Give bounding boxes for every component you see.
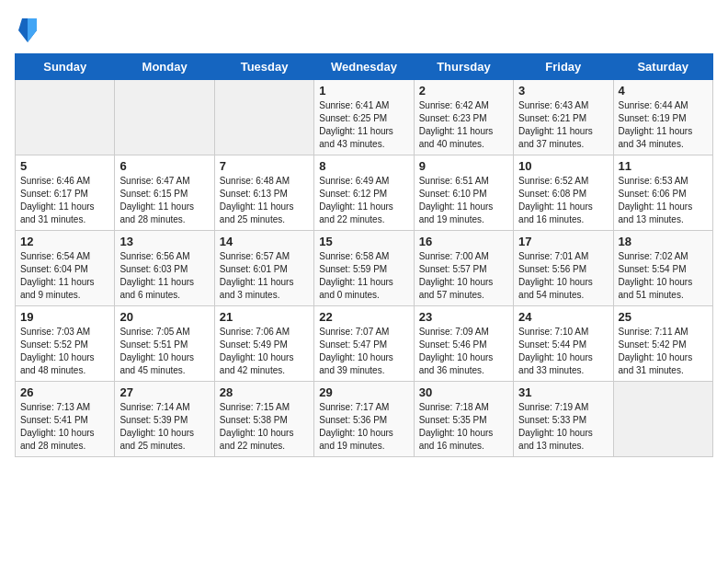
day-number: 27 xyxy=(119,385,209,399)
day-header-monday: Monday xyxy=(115,54,214,80)
calendar-cell: 30Sunrise: 7:18 AM Sunset: 5:35 PM Dayli… xyxy=(414,382,513,457)
day-number: 25 xyxy=(619,310,708,324)
calendar-cell: 11Sunrise: 6:53 AM Sunset: 6:06 PM Dayli… xyxy=(613,155,712,231)
day-info: Sunrise: 6:43 AM Sunset: 6:21 PM Dayligh… xyxy=(518,99,608,151)
day-info: Sunrise: 7:05 AM Sunset: 5:51 PM Dayligh… xyxy=(119,326,209,377)
calendar-cell: 15Sunrise: 6:58 AM Sunset: 5:59 PM Dayli… xyxy=(314,231,414,306)
day-header-friday: Friday xyxy=(514,54,613,80)
day-header-sunday: Sunday xyxy=(16,54,115,80)
day-info: Sunrise: 7:03 AM Sunset: 5:52 PM Dayligh… xyxy=(20,326,109,377)
week-row-4: 26Sunrise: 7:13 AM Sunset: 5:41 PM Dayli… xyxy=(16,382,713,457)
day-number: 4 xyxy=(619,84,708,98)
day-info: Sunrise: 7:13 AM Sunset: 5:41 PM Dayligh… xyxy=(20,401,109,453)
day-info: Sunrise: 6:54 AM Sunset: 6:04 PM Dayligh… xyxy=(20,250,109,302)
day-number: 16 xyxy=(419,235,508,248)
day-number: 22 xyxy=(319,310,408,324)
day-info: Sunrise: 7:02 AM Sunset: 5:54 PM Dayligh… xyxy=(619,250,708,302)
page-header xyxy=(15,15,713,44)
day-number: 30 xyxy=(419,385,508,399)
week-row-2: 12Sunrise: 6:54 AM Sunset: 6:04 PM Dayli… xyxy=(16,231,713,306)
day-number: 19 xyxy=(20,310,109,324)
calendar-cell: 4Sunrise: 6:44 AM Sunset: 6:19 PM Daylig… xyxy=(613,80,712,155)
calendar-cell xyxy=(16,80,115,155)
day-info: Sunrise: 7:19 AM Sunset: 5:33 PM Dayligh… xyxy=(518,401,608,453)
calendar-cell: 23Sunrise: 7:09 AM Sunset: 5:46 PM Dayli… xyxy=(414,306,513,382)
day-number: 12 xyxy=(20,235,109,248)
week-row-1: 5Sunrise: 6:46 AM Sunset: 6:17 PM Daylig… xyxy=(16,155,713,231)
logo-icon xyxy=(18,17,37,44)
day-info: Sunrise: 6:52 AM Sunset: 6:08 PM Dayligh… xyxy=(518,175,608,226)
day-number: 5 xyxy=(20,159,109,173)
day-number: 2 xyxy=(419,84,508,98)
calendar-cell: 14Sunrise: 6:57 AM Sunset: 6:01 PM Dayli… xyxy=(214,231,313,306)
calendar-cell: 7Sunrise: 6:48 AM Sunset: 6:13 PM Daylig… xyxy=(214,155,313,231)
day-number: 8 xyxy=(319,159,408,173)
calendar-cell: 1Sunrise: 6:41 AM Sunset: 6:25 PM Daylig… xyxy=(314,80,414,155)
day-number: 10 xyxy=(518,159,608,173)
week-row-0: 1Sunrise: 6:41 AM Sunset: 6:25 PM Daylig… xyxy=(16,80,713,155)
day-number: 31 xyxy=(518,385,608,399)
calendar-cell: 12Sunrise: 6:54 AM Sunset: 6:04 PM Dayli… xyxy=(16,231,115,306)
calendar-cell: 24Sunrise: 7:10 AM Sunset: 5:44 PM Dayli… xyxy=(514,306,613,382)
calendar-cell: 22Sunrise: 7:07 AM Sunset: 5:47 PM Dayli… xyxy=(314,306,414,382)
calendar-header: SundayMondayTuesdayWednesdayThursdayFrid… xyxy=(16,54,713,80)
day-number: 6 xyxy=(119,159,209,173)
day-number: 18 xyxy=(619,235,708,248)
day-number: 29 xyxy=(319,385,408,399)
header-row: SundayMondayTuesdayWednesdayThursdayFrid… xyxy=(16,54,713,80)
day-header-wednesday: Wednesday xyxy=(314,54,414,80)
day-header-saturday: Saturday xyxy=(613,54,712,80)
day-info: Sunrise: 6:42 AM Sunset: 6:23 PM Dayligh… xyxy=(419,99,508,151)
day-number: 26 xyxy=(20,385,109,399)
day-info: Sunrise: 6:47 AM Sunset: 6:15 PM Dayligh… xyxy=(119,175,209,226)
day-number: 13 xyxy=(119,235,209,248)
day-info: Sunrise: 7:00 AM Sunset: 5:57 PM Dayligh… xyxy=(419,250,508,302)
day-info: Sunrise: 7:07 AM Sunset: 5:47 PM Dayligh… xyxy=(319,326,408,377)
day-info: Sunrise: 7:10 AM Sunset: 5:44 PM Dayligh… xyxy=(518,326,608,377)
day-number: 9 xyxy=(419,159,508,173)
day-info: Sunrise: 7:09 AM Sunset: 5:46 PM Dayligh… xyxy=(419,326,508,377)
day-info: Sunrise: 6:53 AM Sunset: 6:06 PM Dayligh… xyxy=(619,175,708,226)
calendar-cell: 3Sunrise: 6:43 AM Sunset: 6:21 PM Daylig… xyxy=(514,80,613,155)
day-number: 11 xyxy=(619,159,708,173)
day-info: Sunrise: 6:44 AM Sunset: 6:19 PM Dayligh… xyxy=(619,99,708,151)
calendar-cell: 20Sunrise: 7:05 AM Sunset: 5:51 PM Dayli… xyxy=(115,306,214,382)
day-info: Sunrise: 7:18 AM Sunset: 5:35 PM Dayligh… xyxy=(419,401,508,453)
day-info: Sunrise: 6:58 AM Sunset: 5:59 PM Dayligh… xyxy=(319,250,408,302)
calendar-cell: 10Sunrise: 6:52 AM Sunset: 6:08 PM Dayli… xyxy=(514,155,613,231)
day-info: Sunrise: 6:51 AM Sunset: 6:10 PM Dayligh… xyxy=(419,175,508,226)
calendar-cell: 6Sunrise: 6:47 AM Sunset: 6:15 PM Daylig… xyxy=(115,155,214,231)
day-number: 3 xyxy=(518,84,608,98)
calendar-cell xyxy=(214,80,313,155)
day-header-tuesday: Tuesday xyxy=(214,54,313,80)
calendar-cell: 29Sunrise: 7:17 AM Sunset: 5:36 PM Dayli… xyxy=(314,382,414,457)
calendar-cell: 28Sunrise: 7:15 AM Sunset: 5:38 PM Dayli… xyxy=(214,382,313,457)
calendar-cell: 19Sunrise: 7:03 AM Sunset: 5:52 PM Dayli… xyxy=(16,306,115,382)
calendar-cell: 8Sunrise: 6:49 AM Sunset: 6:12 PM Daylig… xyxy=(314,155,414,231)
day-info: Sunrise: 6:41 AM Sunset: 6:25 PM Dayligh… xyxy=(319,99,408,151)
day-number: 21 xyxy=(220,310,309,324)
day-info: Sunrise: 6:56 AM Sunset: 6:03 PM Dayligh… xyxy=(119,250,209,302)
calendar-cell xyxy=(613,382,712,457)
calendar-cell: 17Sunrise: 7:01 AM Sunset: 5:56 PM Dayli… xyxy=(514,231,613,306)
calendar-body: 1Sunrise: 6:41 AM Sunset: 6:25 PM Daylig… xyxy=(16,80,713,457)
day-info: Sunrise: 6:48 AM Sunset: 6:13 PM Dayligh… xyxy=(220,175,309,226)
day-number: 24 xyxy=(518,310,608,324)
day-info: Sunrise: 7:06 AM Sunset: 5:49 PM Dayligh… xyxy=(220,326,309,377)
calendar-cell: 2Sunrise: 6:42 AM Sunset: 6:23 PM Daylig… xyxy=(414,80,513,155)
logo xyxy=(15,15,37,44)
calendar-table: SundayMondayTuesdayWednesdayThursdayFrid… xyxy=(15,53,713,457)
calendar-cell: 5Sunrise: 6:46 AM Sunset: 6:17 PM Daylig… xyxy=(16,155,115,231)
calendar-cell: 9Sunrise: 6:51 AM Sunset: 6:10 PM Daylig… xyxy=(414,155,513,231)
calendar-cell: 16Sunrise: 7:00 AM Sunset: 5:57 PM Dayli… xyxy=(414,231,513,306)
calendar-cell: 27Sunrise: 7:14 AM Sunset: 5:39 PM Dayli… xyxy=(115,382,214,457)
day-header-thursday: Thursday xyxy=(414,54,513,80)
day-number: 17 xyxy=(518,235,608,248)
day-info: Sunrise: 7:01 AM Sunset: 5:56 PM Dayligh… xyxy=(518,250,608,302)
day-info: Sunrise: 6:46 AM Sunset: 6:17 PM Dayligh… xyxy=(20,175,109,226)
day-info: Sunrise: 7:11 AM Sunset: 5:42 PM Dayligh… xyxy=(619,326,708,377)
svg-marker-1 xyxy=(28,18,37,42)
day-number: 15 xyxy=(319,235,408,248)
day-number: 23 xyxy=(419,310,508,324)
calendar-cell: 13Sunrise: 6:56 AM Sunset: 6:03 PM Dayli… xyxy=(115,231,214,306)
